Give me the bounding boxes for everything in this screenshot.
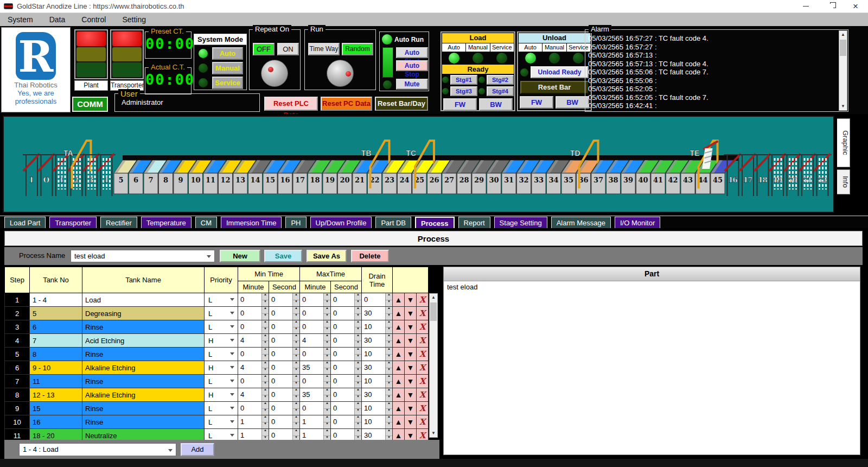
scroll-down-icon[interactable]: ▼ (430, 430, 437, 437)
priority-select[interactable]: L (205, 429, 238, 441)
max-minute-input[interactable]: 0▲▼ (300, 320, 331, 334)
scrollbar-thumb[interactable] (430, 302, 437, 321)
move-up-button[interactable]: ▲ (393, 334, 405, 348)
menu-data[interactable]: Data (49, 15, 66, 24)
max-second-input[interactable]: 0▲▼ (331, 293, 362, 307)
drain-time-input[interactable]: 10▲▼ (362, 375, 393, 388)
delete-step-button[interactable]: X (417, 402, 429, 415)
spinner-icon[interactable]: ▲▼ (323, 375, 330, 388)
spinner-icon[interactable]: ▲▼ (385, 334, 392, 347)
spinner-icon[interactable]: ▲▼ (323, 320, 330, 333)
delete-step-button[interactable]: X (417, 348, 429, 361)
tab-process[interactable]: Process (415, 217, 455, 228)
priority-select[interactable]: L (205, 415, 238, 429)
drain-time-input[interactable]: 30▲▼ (362, 388, 393, 402)
auto-start-button[interactable]: Auto Start (396, 47, 428, 58)
max-second-input[interactable]: 0▲▼ (331, 402, 362, 415)
max-minute-input[interactable]: 0▲▼ (300, 375, 331, 388)
drain-time-input[interactable]: 10▲▼ (362, 415, 393, 429)
menu-system[interactable]: System (8, 15, 33, 24)
priority-select[interactable]: H (205, 334, 238, 348)
max-second-input[interactable]: 0▲▼ (331, 348, 362, 361)
spinner-icon[interactable]: ▲▼ (354, 348, 361, 361)
move-down-button[interactable]: ▼ (405, 307, 417, 320)
run-random-button[interactable]: Random (342, 43, 373, 55)
spinner-icon[interactable]: ▲▼ (385, 348, 392, 361)
delete-step-button[interactable]: X (417, 307, 429, 320)
tab-i-o-monitor[interactable]: I/O Monitor (615, 217, 660, 228)
max-minute-input[interactable]: 35▲▼ (300, 388, 331, 402)
min-minute-input[interactable]: 4▲▼ (238, 334, 269, 348)
drain-time-input[interactable]: 0▲▼ (362, 293, 393, 307)
drain-time-input[interactable]: 30▲▼ (362, 334, 393, 348)
unload-fw-button[interactable]: FW (520, 96, 553, 109)
min-minute-input[interactable]: 1▲▼ (238, 415, 269, 429)
spinner-icon[interactable]: ▲▼ (354, 307, 361, 320)
restore-button[interactable] (818, 0, 843, 12)
spinner-icon[interactable]: ▲▼ (385, 388, 392, 401)
spinner-icon[interactable]: ▲▼ (323, 402, 330, 415)
spinner-icon[interactable]: ▲▼ (323, 429, 330, 440)
reset-pc-data-button[interactable]: Reset PC Data (321, 97, 372, 111)
spinner-icon[interactable]: ▲▼ (354, 334, 361, 347)
menu-setting[interactable]: Setting (122, 15, 146, 24)
min-minute-input[interactable]: 1▲▼ (238, 429, 269, 441)
move-down-button[interactable]: ▼ (405, 402, 417, 415)
tab-transporter[interactable]: Transporter (49, 217, 97, 228)
spinner-icon[interactable]: ▲▼ (261, 415, 269, 428)
priority-select[interactable]: H (205, 361, 238, 375)
spinner-icon[interactable]: ▲▼ (323, 415, 330, 428)
spinner-icon[interactable]: ▲▼ (354, 402, 361, 415)
spinner-icon[interactable]: ▲▼ (261, 348, 269, 361)
max-minute-input[interactable]: 0▲▼ (300, 402, 331, 415)
save-button[interactable]: Save (264, 250, 302, 262)
move-up-button[interactable]: ▲ (393, 361, 405, 375)
tab-cm[interactable]: CM (195, 217, 217, 228)
spinner-icon[interactable]: ▲▼ (354, 293, 361, 306)
delete-step-button[interactable]: X (417, 375, 429, 388)
spinner-icon[interactable]: ▲▼ (354, 375, 361, 388)
tank-select[interactable]: 1 - 4 : Load (19, 443, 176, 456)
max-minute-input[interactable]: 0▲▼ (300, 293, 331, 307)
part-item[interactable]: test eload (444, 281, 860, 291)
max-second-input[interactable]: 0▲▼ (331, 320, 362, 334)
max-second-input[interactable]: 0▲▼ (331, 415, 362, 429)
spinner-icon[interactable]: ▲▼ (292, 402, 299, 415)
reset-bar-day-button[interactable]: Reset Bar/Day (375, 97, 428, 111)
spinner-icon[interactable]: ▲▼ (292, 361, 299, 374)
menu-control[interactable]: Control (81, 15, 106, 24)
drain-time-input[interactable]: 30▲▼ (362, 429, 393, 441)
tab-report[interactable]: Report (458, 217, 490, 228)
max-minute-input[interactable]: 1▲▼ (300, 415, 331, 429)
delete-step-button[interactable]: X (417, 334, 429, 348)
repeat-off-button[interactable]: OFF (253, 43, 275, 55)
tab-stage-setting[interactable]: Stage Setting (494, 217, 547, 228)
tab-temperature[interactable]: Temperature (141, 217, 192, 228)
move-up-button[interactable]: ▲ (393, 348, 405, 361)
spinner-icon[interactable]: ▲▼ (292, 334, 299, 347)
unload-bw-button[interactable]: BW (556, 96, 589, 109)
stg4-button[interactable]: Stg#4 (487, 86, 514, 96)
drain-time-input[interactable]: 10▲▼ (362, 402, 393, 415)
max-second-input[interactable]: 0▲▼ (331, 429, 362, 441)
spinner-icon[interactable]: ▲▼ (261, 375, 269, 388)
repeat-knob[interactable] (261, 60, 288, 87)
move-down-button[interactable]: ▼ (405, 361, 417, 375)
spinner-icon[interactable]: ▲▼ (292, 375, 299, 388)
spinner-icon[interactable]: ▲▼ (292, 293, 299, 306)
max-minute-input[interactable]: 0▲▼ (300, 307, 331, 320)
drain-time-input[interactable]: 30▲▼ (362, 307, 393, 320)
spinner-icon[interactable]: ▲▼ (292, 348, 299, 361)
move-down-button[interactable]: ▼ (405, 429, 417, 441)
spinner-icon[interactable]: ▲▼ (323, 307, 330, 320)
stg1-button[interactable]: Stg#1 (450, 75, 477, 85)
min-minute-input[interactable]: 4▲▼ (238, 361, 269, 375)
stg3-button[interactable]: Stg#3 (450, 86, 477, 96)
new-button[interactable]: New (220, 250, 260, 262)
spinner-icon[interactable]: ▲▼ (292, 388, 299, 401)
min-second-input[interactable]: 0▲▼ (269, 293, 300, 307)
mute-button[interactable]: Mute (396, 79, 428, 90)
minimize-button[interactable] (793, 0, 818, 12)
tab-load-part[interactable]: Load Part (4, 217, 46, 228)
save-as-button[interactable]: Save As (307, 250, 347, 262)
